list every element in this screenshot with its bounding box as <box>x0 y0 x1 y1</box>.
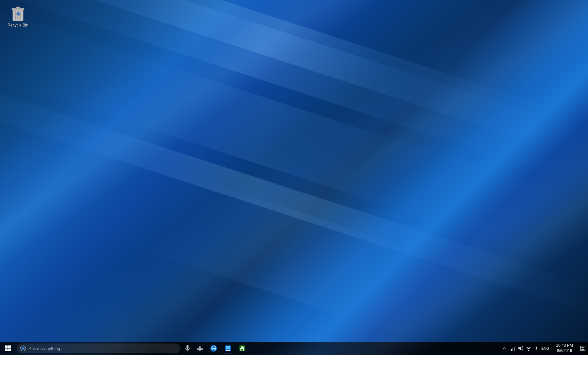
frame-icon <box>224 345 232 352</box>
svg-point-21 <box>210 345 217 352</box>
tray-volume-icon[interactable] <box>517 342 525 355</box>
svg-point-12 <box>22 347 25 350</box>
svg-rect-34 <box>580 346 585 351</box>
svg-rect-19 <box>197 349 200 351</box>
pinned-app-edge[interactable] <box>206 342 221 355</box>
svg-rect-1 <box>15 11 16 20</box>
wifi-icon <box>526 346 531 351</box>
svg-rect-35 <box>581 347 583 348</box>
search-placeholder-text: Ask me anything <box>29 346 60 351</box>
svg-rect-9 <box>5 349 8 352</box>
svg-text:♻: ♻ <box>16 11 20 17</box>
search-bar[interactable]: Ask me anything <box>17 343 180 353</box>
tray-wifi-icon[interactable] <box>525 342 532 355</box>
tray-keyboard-icon[interactable]: ENG <box>540 342 550 355</box>
svg-rect-17 <box>197 346 200 349</box>
svg-rect-26 <box>239 345 245 351</box>
svg-rect-23 <box>226 346 230 349</box>
windows-logo-icon <box>5 345 11 351</box>
clock-time: 10:43 PM <box>556 343 573 348</box>
svg-rect-18 <box>200 346 203 349</box>
taskbar: Ask me anything <box>0 342 588 355</box>
svg-rect-7 <box>5 345 8 348</box>
pinned-app-frame[interactable] <box>221 342 235 355</box>
svg-rect-10 <box>8 349 11 352</box>
pinned-app-store[interactable] <box>235 342 250 355</box>
svg-rect-29 <box>511 349 512 351</box>
power-icon <box>534 346 539 351</box>
svg-rect-36 <box>583 347 584 348</box>
svg-rect-30 <box>513 348 513 351</box>
clock-area[interactable]: 10:43 PM 8/6/2016 <box>551 342 578 355</box>
microphone-icon <box>185 345 190 352</box>
cortana-mic-button[interactable] <box>182 342 193 355</box>
svg-rect-24 <box>226 350 228 351</box>
bg-streak-2 <box>0 0 588 188</box>
svg-rect-27 <box>240 348 244 351</box>
svg-rect-0 <box>13 10 23 21</box>
svg-rect-8 <box>8 345 11 348</box>
recycle-bin-graphic: ♻ <box>9 5 26 22</box>
volume-icon <box>518 346 523 351</box>
recycle-bin-icon[interactable]: ♻ Recycle Bin <box>3 3 33 29</box>
task-view-icon <box>197 346 203 351</box>
svg-rect-3 <box>20 11 21 20</box>
svg-marker-32 <box>518 346 521 350</box>
task-view-button[interactable] <box>193 342 206 355</box>
svg-point-33 <box>528 350 529 351</box>
svg-point-13 <box>22 347 24 349</box>
bg-streak-5 <box>0 103 588 355</box>
bg-streak-4 <box>0 69 588 316</box>
svg-rect-28 <box>241 349 243 351</box>
bg-streak-1 <box>0 0 572 151</box>
tray-icons-area: ENG <box>508 342 551 355</box>
clock-date: 8/6/2016 <box>557 348 572 354</box>
desktop: ♻ Recycle Bin Ask me anything <box>0 0 588 355</box>
svg-rect-22 <box>225 345 231 351</box>
edge-icon <box>210 345 217 352</box>
svg-rect-37 <box>581 349 584 350</box>
svg-rect-5 <box>16 7 20 8</box>
system-tray: ENG 10:43 PM 8/6/2016 <box>501 342 588 355</box>
bg-streak-3 <box>0 0 582 263</box>
start-button[interactable] <box>0 342 16 355</box>
svg-rect-2 <box>18 11 19 20</box>
tray-power-icon[interactable] <box>532 342 540 355</box>
tray-network-icon[interactable] <box>509 342 517 355</box>
svg-rect-4 <box>12 8 24 10</box>
store-icon <box>239 345 246 352</box>
cortana-icon <box>20 345 26 351</box>
svg-rect-25 <box>228 350 230 351</box>
network-icon <box>510 346 515 351</box>
action-center-icon <box>580 346 585 351</box>
svg-rect-14 <box>187 345 188 349</box>
chevron-up-icon <box>503 347 506 350</box>
action-center-button[interactable] <box>578 342 588 355</box>
keyboard-layout-label: ENG <box>541 346 549 350</box>
recycle-bin-label: Recycle Bin <box>8 23 28 28</box>
tray-overflow-button[interactable] <box>501 342 508 355</box>
svg-point-11 <box>21 346 26 351</box>
svg-rect-20 <box>200 349 203 351</box>
svg-rect-31 <box>514 347 514 351</box>
